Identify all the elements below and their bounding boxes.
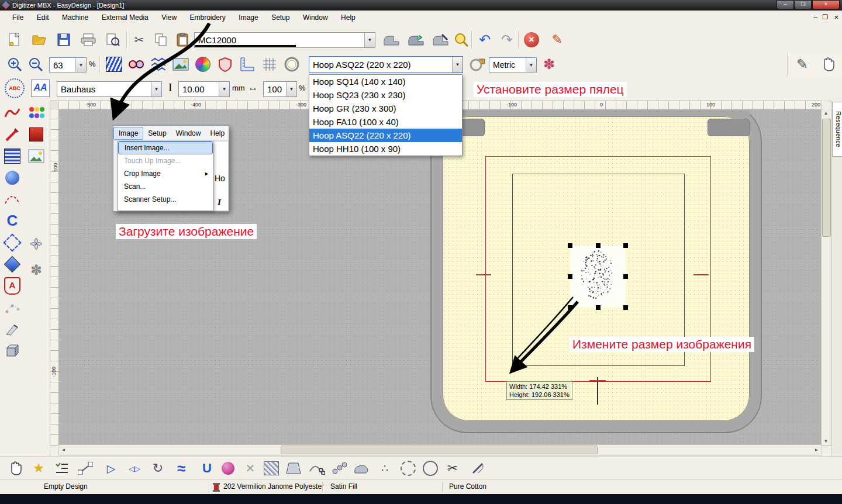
diamond-outline-tool[interactable] xyxy=(2,233,23,252)
print-preview-button[interactable] xyxy=(103,30,123,50)
design-search-button[interactable] xyxy=(451,30,471,50)
cross-tool-icon[interactable]: ✕ xyxy=(240,458,261,478)
circle-arc-tool[interactable]: C xyxy=(2,211,23,230)
scroll-left-icon[interactable]: ◄ xyxy=(60,447,67,453)
trapezoid-fill-button[interactable] xyxy=(283,458,304,478)
paste-button[interactable] xyxy=(173,30,193,50)
fill-color-tool[interactable] xyxy=(26,125,47,144)
hoop-option[interactable]: Hoop SQ14 (140 x 140) xyxy=(309,75,462,88)
menu-edit[interactable]: Edit xyxy=(32,11,54,25)
pan-hand-button[interactable] xyxy=(818,54,838,74)
object-3d-tool[interactable] xyxy=(2,341,23,360)
ellipse-dashed-button[interactable] xyxy=(398,458,419,478)
grid-button[interactable] xyxy=(260,54,279,74)
chevron-down-icon[interactable]: ▼ xyxy=(151,82,161,96)
hoop-option[interactable]: Hoop GR (230 x 300) xyxy=(309,102,462,115)
stitch-waves-icon[interactable]: ≈ xyxy=(171,458,192,478)
sphere-3d-tool[interactable] xyxy=(2,168,23,187)
scissors-tool-icon[interactable]: ✂ xyxy=(442,458,463,478)
machine-stylus-button[interactable] xyxy=(430,30,450,50)
stitch-view-button[interactable] xyxy=(149,54,168,74)
close-button[interactable]: × xyxy=(812,0,840,9)
mirror-h-icon[interactable]: ▷ xyxy=(101,458,122,478)
applique-button[interactable] xyxy=(215,54,235,74)
popup-menu-window[interactable]: Window xyxy=(171,127,206,139)
open-design-button[interactable] xyxy=(29,30,49,50)
trueview-button[interactable] xyxy=(104,54,124,74)
bead-string-button[interactable] xyxy=(329,458,350,478)
zoom-combo[interactable]: 63 ▼ xyxy=(49,57,87,73)
undo-icon[interactable]: ↶ xyxy=(475,30,495,50)
menu-embroidery[interactable]: Embroidery xyxy=(185,11,231,25)
hoop-option[interactable]: Hoop HH10 (100 x 90) xyxy=(309,142,462,156)
fill-pattern-button[interactable] xyxy=(261,458,282,478)
circle-tool-button[interactable] xyxy=(420,458,441,478)
resize-handle-tl[interactable] xyxy=(568,243,572,248)
monogram-button[interactable]: ABC xyxy=(5,78,25,98)
bead-curve-tool[interactable] xyxy=(2,298,23,317)
monogram-shield-tool[interactable]: A xyxy=(2,276,23,295)
hoop-combo[interactable]: Hoop ASQ22 (220 x 220) ▼ xyxy=(309,56,463,73)
menu-item-crop-image[interactable]: Crop Image► xyxy=(118,167,213,180)
pen-knife-tool[interactable] xyxy=(2,125,23,144)
scroll-up-icon[interactable]: ▲ xyxy=(823,111,829,116)
thread-colors-button[interactable] xyxy=(193,54,213,74)
redo-icon[interactable]: ↷ xyxy=(497,30,517,50)
selected-image[interactable] xyxy=(570,246,626,308)
stitch-list-button[interactable] xyxy=(51,458,73,478)
magic-wand-icon[interactable]: ★ xyxy=(28,458,49,478)
resize-handle-br[interactable] xyxy=(623,305,628,310)
freehand-draw-tool[interactable] xyxy=(2,103,23,122)
resize-handle-bm[interactable] xyxy=(596,305,601,310)
save-design-button[interactable] xyxy=(54,30,74,50)
hoop-position-button[interactable] xyxy=(468,54,488,74)
cut-icon[interactable]: ✂ xyxy=(129,30,149,50)
pan-tool-button[interactable] xyxy=(5,458,26,478)
touchup-brush-icon[interactable]: ✎ xyxy=(547,30,567,50)
mirror-pair-icon[interactable]: ◁▷ xyxy=(124,458,145,478)
new-design-button[interactable] xyxy=(5,30,25,50)
units-combo[interactable]: Metric ▼ xyxy=(489,57,537,73)
hoop-option[interactable]: Hoop FA10 (100 x 40) xyxy=(309,115,462,129)
horizontal-scrollbar[interactable]: ◄ ► xyxy=(58,444,822,455)
hoop-option-selected[interactable]: Hoop ASQ22 (220 x 220) xyxy=(309,129,462,142)
scroll-down-icon[interactable]: ▼ xyxy=(823,439,829,444)
mdi-minimize-button[interactable]: – xyxy=(813,13,817,22)
menu-help[interactable]: Help xyxy=(336,11,361,25)
footprints-icon[interactable]: ∴ xyxy=(374,458,395,478)
motif-flower-icon[interactable]: ✽ xyxy=(539,54,559,74)
diamond-solid-tool[interactable] xyxy=(2,254,23,274)
print-button[interactable] xyxy=(78,30,98,50)
zoom-out-button[interactable] xyxy=(26,54,46,74)
chevron-down-icon[interactable]: ▼ xyxy=(452,57,463,73)
font-combo[interactable]: Bauhaus ▼ xyxy=(57,81,162,97)
mdi-restore-button[interactable]: ❐ xyxy=(822,13,828,21)
letter-width-combo[interactable]: 100 ▼ xyxy=(263,81,297,97)
resize-handle-mr[interactable] xyxy=(623,274,628,279)
menu-window[interactable]: Window xyxy=(298,11,333,25)
cutter-tool[interactable] xyxy=(2,319,23,339)
u-shape-icon[interactable]: U xyxy=(196,458,218,478)
measure-pencil-icon[interactable]: ✎ xyxy=(792,54,812,74)
curve-scissors-button[interactable] xyxy=(306,458,327,478)
scroll-right-icon[interactable]: ► xyxy=(813,447,820,453)
resize-handle-tm[interactable] xyxy=(596,243,601,248)
resize-handle-tr[interactable] xyxy=(623,243,628,248)
maximize-button[interactable]: ❐ xyxy=(795,0,812,9)
zoom-in-button[interactable] xyxy=(5,54,25,74)
popup-menu-image[interactable]: Image xyxy=(113,127,143,140)
h-scroll-thumb[interactable] xyxy=(281,446,598,454)
hoop-option[interactable]: Hoop SQ23 (230 x 230) xyxy=(309,88,462,102)
machine-write-button[interactable] xyxy=(406,30,426,50)
glasses-3d-button[interactable] xyxy=(126,54,146,74)
menu-machine[interactable]: Machine xyxy=(57,11,94,25)
insert-picture-tool[interactable] xyxy=(26,146,47,165)
ruler-button[interactable] xyxy=(237,54,257,74)
resequence-tab[interactable]: Resequence xyxy=(832,102,842,157)
minimize-button[interactable]: – xyxy=(777,0,794,9)
menu-item-insert-image[interactable]: Insert Image... xyxy=(118,141,213,154)
needle-thread-button[interactable] xyxy=(468,458,489,478)
vertical-scrollbar[interactable]: ▲ ▼ xyxy=(821,109,832,446)
arc-dashed-tool[interactable] xyxy=(2,189,23,209)
fill-stitch-tool[interactable] xyxy=(2,146,23,165)
